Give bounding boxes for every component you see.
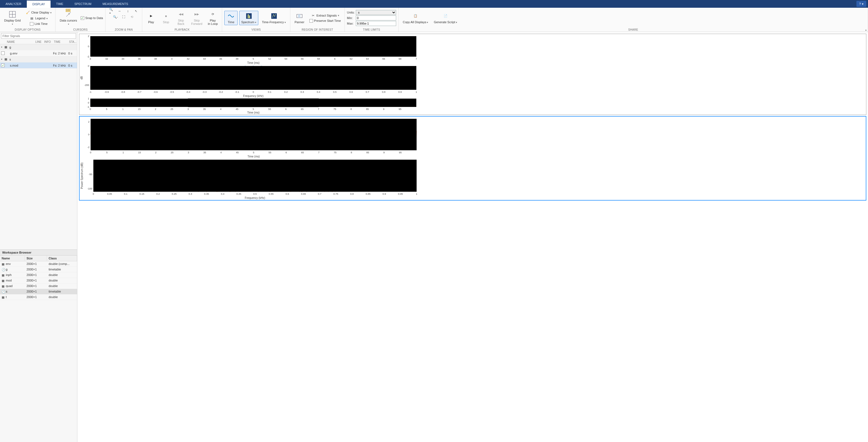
signal-row[interactable]: s.modFs: 2 kHz0 s	[0, 62, 77, 68]
min-input[interactable]	[356, 15, 396, 21]
workspace-row[interactable]: ▦t2000×1double	[0, 294, 77, 300]
tab-time[interactable]: TIME	[51, 0, 69, 8]
zoom-reset-button[interactable]: ⟲	[128, 14, 136, 20]
workspace-row[interactable]: ▦quad2000×1double	[0, 283, 77, 289]
signal-time: Fs: 2 kHz	[53, 64, 68, 67]
svg-text:-1: -1	[87, 105, 89, 108]
svg-text:38: 38	[154, 58, 157, 60]
zoom-out-button[interactable]: 🔍-	[112, 14, 119, 20]
play-button[interactable]: ▶Play	[145, 11, 158, 25]
play-loop-button[interactable]: ⟳Play in Loop	[206, 9, 220, 27]
tab-analyzer[interactable]: ANALYZER	[0, 0, 27, 8]
copy-displays-button[interactable]: 📋Copy All Displays	[401, 11, 430, 25]
plot-panel-g[interactable]: 3323436384424446485525456586626466687-20…	[79, 34, 866, 115]
svg-text:48: 48	[236, 58, 239, 60]
signal-time: Fs: 2 kHz	[53, 52, 68, 55]
svg-rect-5	[246, 13, 252, 19]
signal-group[interactable]: ▾▦s	[0, 56, 77, 62]
svg-text:0.1: 0.1	[124, 193, 128, 195]
plot-panel-s[interactable]: 05115225335445555665775885995-202Time (m…	[79, 116, 866, 200]
svg-text:0.35: 0.35	[204, 193, 209, 195]
svg-text:0: 0	[90, 151, 91, 154]
data-cursors-button[interactable]: 2.5 Data cursors ▾	[58, 9, 79, 27]
filter-signals-input[interactable]	[1, 33, 76, 39]
view-tf-button[interactable]: Time-Frequency	[260, 11, 288, 25]
svg-text:0.1: 0.1	[268, 91, 272, 93]
tab-display[interactable]: DISPLAY	[27, 0, 51, 8]
svg-text:0.05: 0.05	[107, 193, 112, 195]
svg-text:0.7: 0.7	[366, 91, 369, 93]
svg-text:0.6: 0.6	[349, 91, 353, 93]
panner-button[interactable]: Panner	[292, 11, 306, 25]
svg-text:5: 5	[252, 108, 254, 110]
svg-text:0.4: 0.4	[317, 91, 320, 93]
preserve-start-checkbox[interactable]: Preserve Start Time	[308, 19, 342, 23]
display-grid-button[interactable]: Display Grid ▾	[2, 9, 23, 27]
var-icon: ▦	[2, 274, 5, 277]
checkbox-icon	[81, 16, 84, 20]
view-time-button[interactable]: Time	[224, 11, 238, 25]
var-icon: 🕑	[2, 268, 5, 271]
svg-text:-100: -100	[87, 187, 92, 190]
collapse-ribbon-icon[interactable]: ▴	[865, 28, 867, 31]
generate-script-button[interactable]: 📄Generate Script	[432, 11, 459, 25]
extract-signals-button[interactable]: ✂Extract Signals	[308, 13, 342, 18]
zoom-in-button[interactable]: 🔍+	[108, 8, 115, 14]
svg-text:66: 66	[382, 58, 385, 60]
chevron-down-icon: ▾	[12, 23, 13, 25]
zoom-in-icon: 🔍+	[109, 9, 114, 13]
svg-text:85: 85	[366, 151, 369, 154]
pan-icon: ↖	[134, 9, 138, 13]
script-icon: 📄	[442, 12, 450, 20]
svg-text:75: 75	[334, 151, 337, 154]
workspace-title: Workspace Browser	[0, 249, 77, 255]
view-spectrum-button[interactable]: Spectrum	[239, 11, 258, 25]
units-select[interactable]: s	[356, 10, 396, 15]
var-icon: 🕑	[2, 290, 5, 293]
panner-icon	[296, 12, 303, 20]
checkbox-icon[interactable]	[1, 52, 5, 55]
fit-icon: ⛶	[122, 14, 126, 19]
svg-text:-0.7: -0.7	[137, 91, 142, 93]
skip-back-button[interactable]: ◀◀Skip Back	[174, 9, 188, 27]
checkbox-icon[interactable]	[1, 64, 5, 67]
tab-spectrum[interactable]: SPECTRUM	[69, 0, 97, 8]
svg-text:55: 55	[268, 108, 271, 110]
pan-button[interactable]: ↖	[133, 8, 140, 14]
workspace-row[interactable]: ▦env2000×1double (comp...	[0, 261, 77, 267]
svg-text:Time (ms): Time (ms)	[248, 155, 260, 158]
legend-button[interactable]: ▤ Legend	[24, 16, 53, 21]
svg-text:-200: -200	[84, 84, 89, 87]
zoom-x-button[interactable]: ↔	[116, 8, 123, 14]
snap-to-data-checkbox[interactable]: Snap to Data	[81, 16, 103, 20]
svg-point-4	[68, 13, 70, 14]
svg-text:Frequency (kHz): Frequency (kHz)	[243, 94, 264, 97]
fit-button[interactable]: ⛶	[120, 14, 127, 20]
skip-fwd-button[interactable]: ▶▶Skip Forward	[189, 9, 204, 27]
cursor-badge: 2.5	[66, 9, 70, 12]
max-input[interactable]	[356, 21, 396, 26]
signal-start: 0 s	[68, 52, 76, 55]
clear-display-button[interactable]: 🧹 Clear Display	[24, 10, 53, 15]
help-button[interactable]: ?▾	[857, 1, 866, 7]
svg-text:0: 0	[88, 65, 89, 67]
skip-back-icon: ◀◀	[177, 10, 185, 18]
workspace-row[interactable]: 🕑s2000×1timetable	[0, 289, 77, 294]
link-time-checkbox[interactable]: Link Time	[24, 22, 53, 26]
svg-text:3: 3	[187, 108, 189, 110]
svg-text:0.75: 0.75	[334, 193, 338, 195]
grid-icon	[8, 10, 16, 18]
svg-text:52: 52	[268, 58, 271, 60]
svg-text:0.95: 0.95	[398, 193, 403, 195]
signal-group[interactable]: ▾▦g	[0, 44, 77, 50]
workspace-row[interactable]: 🕑g2000×1timetable	[0, 267, 77, 273]
tab-measurements[interactable]: MEASUREMENTS	[97, 0, 134, 8]
zoom-y-button[interactable]: ↕	[124, 8, 131, 14]
signal-row[interactable]: g.envFs: 2 kHz0 s	[0, 50, 77, 56]
workspace-row[interactable]: ▦mod2000×1double	[0, 278, 77, 283]
svg-text:-0.2: -0.2	[219, 91, 223, 93]
disclose-icon: ▾	[1, 58, 4, 61]
skip-fwd-icon: ▶▶	[193, 10, 200, 18]
stop-button[interactable]: ■Stop	[159, 11, 173, 25]
workspace-row[interactable]: ▦inph2000×1double	[0, 273, 77, 278]
